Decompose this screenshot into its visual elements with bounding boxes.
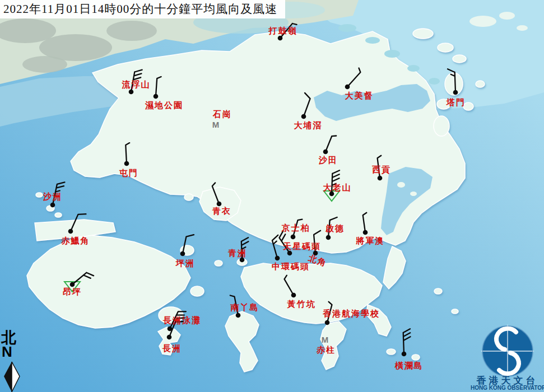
- station-dot: [50, 203, 55, 208]
- station-dot: [68, 229, 73, 234]
- station-dot: [291, 235, 296, 240]
- station-dot: [124, 161, 129, 166]
- island-ma-wan: [184, 194, 193, 200]
- island-crooked: [438, 43, 453, 52]
- island-kat-o: [413, 29, 433, 39]
- station-dot: [325, 320, 330, 325]
- hong-kong-map: MM: [0, 0, 544, 392]
- mirs-bay-islet-5: [429, 78, 440, 85]
- island-po-toi-1: [387, 349, 396, 354]
- missing-data-marker: M: [322, 335, 329, 344]
- mirs-bay-islet-1: [338, 24, 356, 32]
- far-ne-island-1: [469, 16, 496, 27]
- station-dot: [236, 313, 241, 318]
- island-ne-2: [463, 102, 473, 110]
- station-dot: [363, 230, 368, 235]
- station-dot: [329, 192, 334, 197]
- island-ne-1: [437, 99, 450, 109]
- island-waglan: [412, 354, 420, 360]
- station-dot: [180, 251, 185, 256]
- hko-logo: 香港天文台 HONG KONG OBSERVATORY: [471, 324, 544, 392]
- station-dot: [313, 251, 318, 256]
- station-dot: [278, 36, 283, 41]
- station-dot: [154, 94, 159, 99]
- mirs-bay-islet-3: [384, 50, 400, 58]
- station-dot: [275, 256, 280, 261]
- island-se-2: [452, 309, 458, 314]
- far-ne-island-3: [517, 25, 528, 31]
- station-dot: [378, 176, 383, 181]
- station-dot: [70, 282, 75, 287]
- mirs-bay-islet-2: [365, 37, 380, 44]
- map-title: 2022年11月01日14時00分的十分鐘平均風向及風速: [0, 0, 285, 18]
- hko-name-english: HONG KONG OBSERVATORY: [471, 385, 544, 391]
- wind-map-page: MM 打鼓嶺流浮山濕地公園石崗大美督塔門大埔滘沙田屯門西貢沙洲大老山青衣赤鱲角京…: [0, 0, 544, 392]
- station-dot: [291, 293, 296, 298]
- island-sha-chau-2: [55, 213, 62, 217]
- island-kau-sai-2: [410, 192, 417, 196]
- island-grass-island: [434, 116, 449, 136]
- compass: 北 N: [1, 330, 26, 358]
- station-dot: [402, 352, 407, 357]
- station-dot: [217, 202, 222, 207]
- station-dot: [301, 114, 306, 119]
- mirs-bay-islet-4: [407, 65, 420, 72]
- island-kau-sai-1: [397, 182, 405, 188]
- station-dot: [240, 258, 245, 263]
- station-dot: [129, 90, 134, 95]
- station-dot: [453, 90, 458, 95]
- missing-data-marker: M: [212, 120, 220, 129]
- island-kau-yi-chau: [215, 260, 222, 266]
- station-dot: [326, 235, 331, 240]
- island-se-1: [434, 288, 442, 294]
- island-double-haven: [453, 55, 466, 63]
- island-lung-kwu-chau: [36, 193, 43, 197]
- compass-north-en: N: [2, 345, 26, 358]
- station-dot: [287, 251, 292, 256]
- island-hei-ling-chau: [190, 286, 204, 296]
- island-kau-sai-3: [402, 217, 409, 222]
- station-dot: [323, 150, 328, 155]
- station-dot: [167, 335, 172, 340]
- far-ne-island-2: [499, 12, 515, 20]
- station-dot: [345, 85, 350, 90]
- island-ne-3: [476, 81, 485, 87]
